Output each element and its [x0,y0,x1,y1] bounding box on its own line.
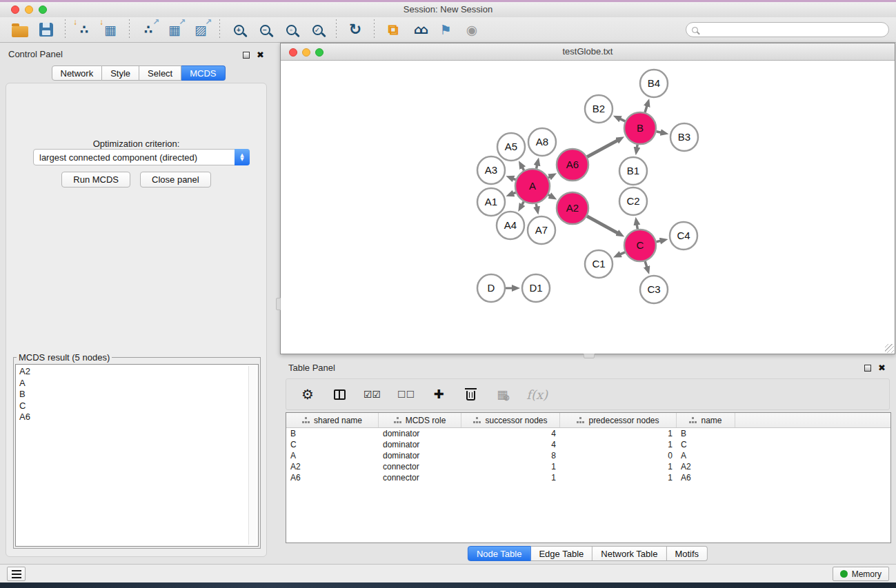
edge-B-B2[interactable] [619,119,625,121]
float-panel-icon[interactable] [243,52,250,59]
column-header-MCDS-role[interactable]: MCDS role [379,413,461,427]
import-table-icon[interactable]: ▦↓ [99,19,122,41]
mcds-result-item[interactable]: C [19,401,258,412]
node-A4[interactable]: A4 [497,212,524,239]
node-A6[interactable]: A6 [557,149,588,181]
export-network-icon[interactable]: ∴↗ [137,19,160,41]
node-B3[interactable]: B3 [670,123,698,151]
mcds-result-item[interactable]: A6 [19,412,258,423]
table-row[interactable]: Adominator80A [286,450,890,461]
delete-table-icon[interactable]: ▦⊗ [495,386,510,403]
mcds-result-item[interactable]: B [19,389,258,401]
column-header-shared-name[interactable]: shared name [286,413,379,427]
table-row[interactable]: A2connector11A2 [286,461,890,472]
node-A1[interactable]: A1 [477,188,505,216]
mcds-result-list[interactable]: A2ABCA6 [15,364,259,547]
hide-flags-icon[interactable]: ⚑ [434,19,457,41]
table-row[interactable]: Bdominator41B [286,428,890,439]
node-B1[interactable]: B1 [619,157,647,185]
node-A[interactable]: A [515,169,550,203]
node-B[interactable]: B [624,112,656,144]
edge-B-B3[interactable] [657,132,662,133]
edge-C-C3[interactable] [645,261,647,268]
table-cell[interactable]: 4 [461,428,560,439]
table-cell[interactable]: A2 [677,461,735,472]
import-network-icon[interactable]: ∴↓ [72,19,96,41]
table-cell[interactable]: C [677,439,735,450]
delete-column-icon[interactable] [463,386,478,403]
column-header-name[interactable]: name [677,413,735,427]
tab-mcds[interactable]: MCDS [181,65,225,81]
node-table[interactable]: shared nameMCDS rolesuccessor nodesprede… [286,412,891,543]
open-session-icon[interactable] [8,19,32,41]
table-row[interactable]: A6connector11A6 [286,472,890,483]
add-column-icon[interactable]: ✚ [431,386,446,403]
optimization-criterion-select[interactable]: largest connected component (directed) ▲… [33,149,250,165]
save-session-icon[interactable] [34,19,58,41]
column-header-successor-nodes[interactable]: successor nodes [461,413,560,427]
refresh-icon[interactable]: ↻ [344,19,367,41]
table-cell[interactable]: A6 [677,472,735,483]
node-A5[interactable]: A5 [497,133,525,161]
home-neighbors-icon[interactable]: ⌂⌂ [408,19,431,41]
close-panel-icon[interactable]: ✖ [257,50,264,59]
table-cell[interactable]: B [286,428,379,439]
zoom-fit-icon[interactable]: ▫ [279,19,303,41]
table-cell[interactable]: A6 [286,472,379,483]
edge-C-C1[interactable] [619,252,625,255]
node-A3[interactable]: A3 [477,156,505,184]
float-table-panel-icon[interactable] [864,365,871,372]
table-cell[interactable]: 0 [560,450,677,461]
table-cell[interactable]: 4 [461,439,560,450]
export-image-icon[interactable]: ▨↗ [189,19,212,41]
mcds-result-item[interactable]: A2 [19,366,258,378]
node-A8[interactable]: A8 [528,128,556,156]
table-tab-motifs[interactable]: Motifs [666,546,708,561]
zoom-selected-icon[interactable]: ✓ [306,19,329,41]
node-D1[interactable]: D1 [522,274,550,302]
edge-A2-C[interactable] [587,216,618,234]
edge-A-A7[interactable] [536,203,537,207]
tab-style[interactable]: Style [102,65,139,81]
duplicate-network-icon[interactable]: ⧉ [381,19,405,41]
edge-A-A2[interactable] [548,195,551,196]
table-cell[interactable]: 1 [560,461,677,472]
node-C1[interactable]: C1 [585,250,613,278]
tab-select[interactable]: Select [139,65,181,81]
node-A2[interactable]: A2 [557,192,588,224]
left-splitter-handle[interactable] [276,298,281,310]
deselect-all-checkboxes-icon[interactable]: ☐☐ [397,386,415,403]
select-all-checkboxes-icon[interactable]: ☑☑ [364,386,381,403]
app-titlebar[interactable]: Session: New Session [0,2,896,17]
node-B4[interactable]: B4 [640,70,668,97]
tab-network[interactable]: Network [51,65,102,81]
table-cell[interactable]: 1 [461,461,560,472]
node-C4[interactable]: C4 [670,222,697,250]
table-cell[interactable]: 1 [560,472,677,483]
table-cell[interactable]: connector [379,461,461,472]
edge-A-A1[interactable] [512,192,516,194]
table-cell[interactable]: dominator [379,450,461,461]
table-tab-network-table[interactable]: Network Table [593,546,666,561]
table-tab-node-table[interactable]: Node Table [468,546,531,561]
node-C[interactable]: C [624,230,656,261]
show-eye-icon[interactable]: ◉ [460,19,484,41]
table-cell[interactable]: C [286,439,379,450]
edge-C-C4[interactable] [656,241,661,242]
edge-C-C2[interactable] [637,224,637,230]
node-C3[interactable]: C3 [640,276,668,303]
table-cell[interactable]: 1 [560,439,677,450]
edge-A-A6[interactable] [548,176,550,178]
node-D[interactable]: D [477,274,505,302]
function-builder-icon[interactable]: f(x) [526,386,548,403]
table-cell[interactable]: A [286,450,379,461]
network-graph[interactable]: B4B2BB3A5A8A6B1A3AA1C2A2A4A7C4CC1C3DD1 [281,61,895,354]
mcds-result-item[interactable]: A [19,378,258,389]
node-A7[interactable]: A7 [528,216,555,244]
search-input[interactable] [702,24,888,35]
zoom-in-icon[interactable]: + [227,19,250,41]
task-history-button[interactable] [7,567,26,581]
edge-B-B4[interactable] [645,105,647,113]
table-cell[interactable]: 1 [461,472,560,483]
split-view-icon[interactable] [332,386,347,403]
